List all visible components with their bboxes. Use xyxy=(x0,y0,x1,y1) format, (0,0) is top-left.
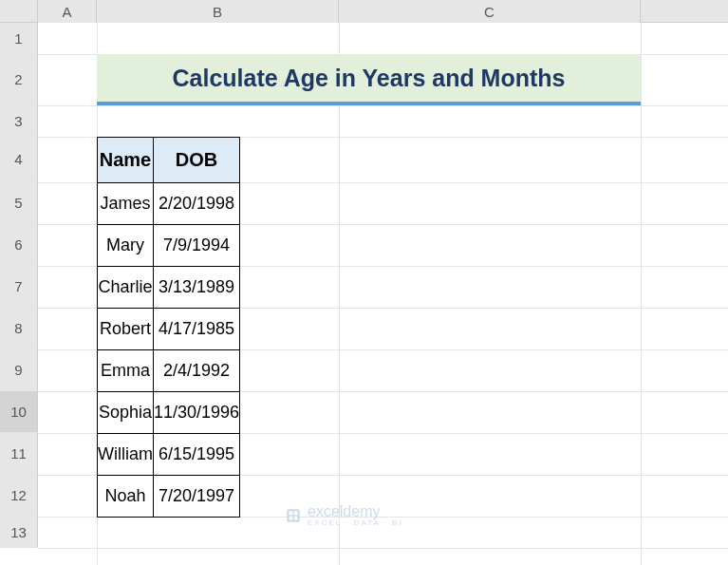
header-dob-label: DOB xyxy=(176,149,217,170)
cell-dob[interactable]: 6/15/1995 xyxy=(154,434,240,476)
header-name[interactable]: Name xyxy=(98,138,154,183)
column-headers: A B C xyxy=(0,0,728,23)
cell-name[interactable]: William xyxy=(98,434,154,476)
row-header-8[interactable]: 8 xyxy=(0,308,38,349)
watermark: exceldemy EXCEL · DATA · BI xyxy=(285,503,403,527)
row-headers: 12345678910111213 xyxy=(0,23,38,548)
select-all-corner[interactable] xyxy=(0,0,38,23)
table-row: William6/15/1995 xyxy=(98,434,240,476)
cell-name[interactable]: Mary xyxy=(98,225,154,267)
svg-rect-1 xyxy=(289,511,293,515)
cell-name[interactable]: Robert xyxy=(98,309,154,350)
spreadsheet: A B C 12345678910111213 Calculate Age in… xyxy=(0,0,728,565)
cell-name[interactable]: Emma xyxy=(98,350,154,392)
table-header-row: Name DOB xyxy=(98,138,240,183)
title-cell[interactable]: Calculate Age in Years and Months xyxy=(97,54,641,105)
cell-name[interactable]: Sophia xyxy=(98,392,154,434)
row-header-5[interactable]: 5 xyxy=(0,182,38,224)
row-header-13[interactable]: 13 xyxy=(0,517,38,548)
header-name-label: Name xyxy=(100,149,151,170)
svg-rect-2 xyxy=(294,511,298,515)
watermark-icon xyxy=(285,507,302,524)
table-row: James2/20/1998 xyxy=(98,183,240,225)
cell-dob[interactable]: 3/13/1989 xyxy=(154,267,240,309)
col-header-A[interactable]: A xyxy=(38,0,97,23)
row-header-9[interactable]: 9 xyxy=(0,349,38,391)
row-header-1[interactable]: 1 xyxy=(0,23,38,54)
svg-rect-0 xyxy=(287,509,300,522)
watermark-sub: EXCEL · DATA · BI xyxy=(308,518,403,527)
table-row: Emma2/4/1992 xyxy=(98,350,240,392)
cell-name[interactable]: James xyxy=(98,183,154,225)
row-header-6[interactable]: 6 xyxy=(0,224,38,266)
row-header-2[interactable]: 2 xyxy=(0,54,38,105)
table-row: Robert4/17/1985 xyxy=(98,309,240,350)
cell-dob[interactable]: 2/4/1992 xyxy=(154,350,240,392)
row-header-3[interactable]: 3 xyxy=(0,105,38,137)
row-header-7[interactable]: 7 xyxy=(0,266,38,308)
cell-name[interactable]: Charlie xyxy=(98,267,154,309)
table-row: Sophia11/30/1996 xyxy=(98,392,240,434)
col-header-B[interactable]: B xyxy=(97,0,339,23)
table-row: Noah7/20/1997 xyxy=(98,476,240,518)
row-header-4[interactable]: 4 xyxy=(0,137,38,182)
row-header-12[interactable]: 12 xyxy=(0,475,38,517)
col-header-C[interactable]: C xyxy=(339,0,641,23)
data-table: Name DOB James2/20/1998Mary7/9/1994Charl… xyxy=(97,137,240,518)
table-body: James2/20/1998Mary7/9/1994Charlie3/13/19… xyxy=(98,183,240,518)
cell-dob[interactable]: 2/20/1998 xyxy=(154,183,240,225)
cell-dob[interactable]: 7/20/1997 xyxy=(154,476,240,518)
header-dob[interactable]: DOB xyxy=(154,138,240,183)
table-row: Mary7/9/1994 xyxy=(98,225,240,267)
row-header-11[interactable]: 11 xyxy=(0,433,38,475)
cell-dob[interactable]: 11/30/1996 xyxy=(154,392,240,434)
cell-name[interactable]: Noah xyxy=(98,476,154,518)
table-row: Charlie3/13/1989 xyxy=(98,267,240,309)
cell-dob[interactable]: 7/9/1994 xyxy=(154,225,240,267)
title-text: Calculate Age in Years and Months xyxy=(172,65,565,92)
row-header-10[interactable]: 10 xyxy=(0,391,38,433)
cell-dob[interactable]: 4/17/1985 xyxy=(154,309,240,350)
